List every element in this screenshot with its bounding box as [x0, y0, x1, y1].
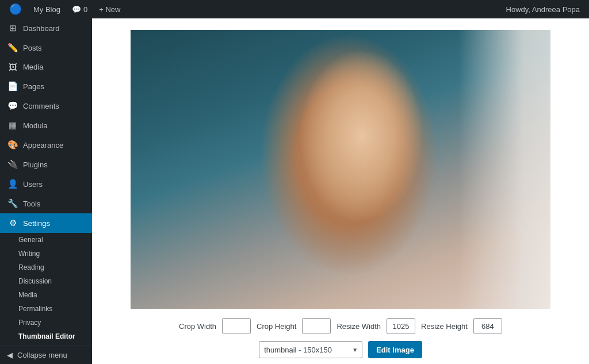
- sidebar-label-pages: Pages: [23, 82, 44, 91]
- submenu-label-general: General: [18, 236, 43, 244]
- dashboard-icon: ⊞: [7, 23, 18, 33]
- pages-icon: 📄: [7, 81, 18, 91]
- sidebar-item-modula[interactable]: ▦ Modula: [0, 116, 92, 135]
- sidebar-item-posts[interactable]: ✏️ Posts: [0, 38, 92, 58]
- resize-height-input[interactable]: [473, 318, 502, 334]
- comments-item[interactable]: 💬 0: [67, 0, 92, 18]
- collapse-menu-button[interactable]: ◀ Collapse menu: [0, 346, 92, 364]
- sidebar-item-plugins[interactable]: 🔌 Plugins: [0, 155, 92, 174]
- site-name-item[interactable]: My Blog: [29, 0, 65, 18]
- submenu-label-permalinks: Permalinks: [18, 305, 52, 313]
- edit-button-label: Edit Image: [376, 346, 414, 354]
- wp-logo-item[interactable]: 🔵: [5, 0, 26, 18]
- submenu-label-discussion: Discussion: [18, 277, 52, 285]
- sidebar-label-media: Media: [23, 63, 43, 71]
- sidebar-item-dashboard[interactable]: ⊞ Dashboard: [0, 18, 92, 38]
- media-icon: 🖼: [7, 62, 18, 72]
- main-layout: ⊞ Dashboard ✏️ Posts 🖼 Media 📄 Pages 💬 C…: [0, 18, 589, 364]
- submenu-privacy[interactable]: Privacy: [0, 316, 92, 329]
- submenu-label-thumbnail-editor: Thumbnail Editor: [18, 332, 75, 340]
- tools-icon: 🔧: [7, 198, 18, 209]
- dimensions-row: Crop Width Crop Height Resize Width Resi…: [179, 318, 502, 334]
- admin-sidebar: ⊞ Dashboard ✏️ Posts 🖼 Media 📄 Pages 💬 C…: [0, 18, 92, 364]
- edit-image-button[interactable]: Edit Image: [368, 341, 422, 358]
- resize-width-input[interactable]: [387, 318, 415, 334]
- sidebar-item-tools[interactable]: 🔧 Tools: [0, 194, 92, 213]
- submenu-writing[interactable]: Writing: [0, 247, 92, 260]
- collapse-label: Collapse menu: [17, 351, 67, 359]
- sidebar-item-appearance[interactable]: 🎨 Appearance: [0, 135, 92, 155]
- settings-icon: ⚙: [7, 218, 18, 228]
- submenu-label-media: Media: [18, 291, 37, 299]
- comments-menu-icon: 💬: [7, 101, 18, 111]
- sidebar-item-settings[interactable]: ⚙ Settings: [0, 213, 92, 233]
- collapse-arrow-icon: ◀: [7, 351, 13, 359]
- comments-count: 0: [83, 5, 87, 14]
- sidebar-item-users[interactable]: 👤 Users: [0, 174, 92, 194]
- thumbnail-image-wrap: [131, 30, 550, 309]
- image-controls: Crop Width Crop Height Resize Width Resi…: [131, 318, 550, 364]
- appearance-icon: 🎨: [7, 140, 18, 150]
- sidebar-item-media[interactable]: 🖼 Media: [0, 58, 92, 76]
- submenu-reading[interactable]: Reading: [0, 260, 92, 274]
- howdy-text: Howdy, Andreea Popa: [506, 5, 580, 14]
- photo-background: [131, 30, 550, 309]
- adminbar-left: 🔵 My Blog 💬 0 + New: [5, 0, 125, 18]
- crop-height-label: Crop Height: [257, 322, 296, 331]
- submenu-thumbnail-editor[interactable]: Thumbnail Editor: [0, 329, 92, 343]
- main-content: Crop Width Crop Height Resize Width Resi…: [92, 18, 589, 364]
- submenu-label-writing: Writing: [18, 250, 40, 258]
- submenu-general[interactable]: General: [0, 233, 92, 247]
- sidebar-label-dashboard: Dashboard: [23, 24, 60, 33]
- comments-icon: 💬: [72, 5, 81, 14]
- users-icon: 👤: [7, 179, 18, 189]
- thumbnail-size-select-wrap: thumbnail - 150x150 medium - 300x300 med…: [259, 341, 362, 358]
- sidebar-item-comments[interactable]: 💬 Comments: [0, 96, 92, 116]
- action-row: thumbnail - 150x150 medium - 300x300 med…: [259, 341, 422, 358]
- adminbar-right: Howdy, Andreea Popa: [506, 5, 584, 14]
- submenu-permalinks[interactable]: Permalinks: [0, 302, 92, 316]
- sidebar-label-users: Users: [23, 180, 43, 189]
- new-label: + New: [99, 5, 120, 14]
- plugins-icon: 🔌: [7, 159, 18, 170]
- crop-height-input[interactable]: [302, 318, 331, 334]
- sidebar-label-appearance: Appearance: [23, 141, 63, 150]
- resize-width-label: Resize Width: [336, 322, 381, 331]
- settings-submenu: General Writing Reading Discussion Media…: [0, 233, 92, 343]
- submenu-media-settings[interactable]: Media: [0, 288, 92, 302]
- posts-icon: ✏️: [7, 43, 18, 53]
- sidebar-label-comments: Comments: [23, 102, 59, 110]
- submenu-label-reading: Reading: [18, 263, 44, 271]
- submenu-discussion[interactable]: Discussion: [0, 274, 92, 288]
- sidebar-label-posts: Posts: [23, 44, 42, 52]
- submenu-label-privacy: Privacy: [18, 319, 41, 327]
- sidebar-item-pages[interactable]: 📄 Pages: [0, 76, 92, 96]
- site-name: My Blog: [33, 5, 60, 14]
- thumbnail-size-select[interactable]: thumbnail - 150x150 medium - 300x300 med…: [259, 341, 362, 358]
- sidebar-label-modula: Modula: [23, 121, 48, 130]
- crop-width-label: Crop Width: [179, 322, 216, 331]
- new-item[interactable]: + New: [94, 0, 125, 18]
- modula-icon: ▦: [7, 120, 18, 131]
- crop-width-input[interactable]: [222, 318, 251, 334]
- admin-bar: 🔵 My Blog 💬 0 + New Howdy, Andreea Popa: [0, 0, 589, 18]
- thumbnail-image: [131, 30, 550, 309]
- sidebar-label-tools: Tools: [23, 200, 40, 208]
- sidebar-label-settings: Settings: [23, 219, 50, 228]
- wp-logo-icon: 🔵: [9, 3, 22, 16]
- resize-height-label: Resize Height: [421, 322, 468, 331]
- sidebar-label-plugins: Plugins: [23, 160, 48, 169]
